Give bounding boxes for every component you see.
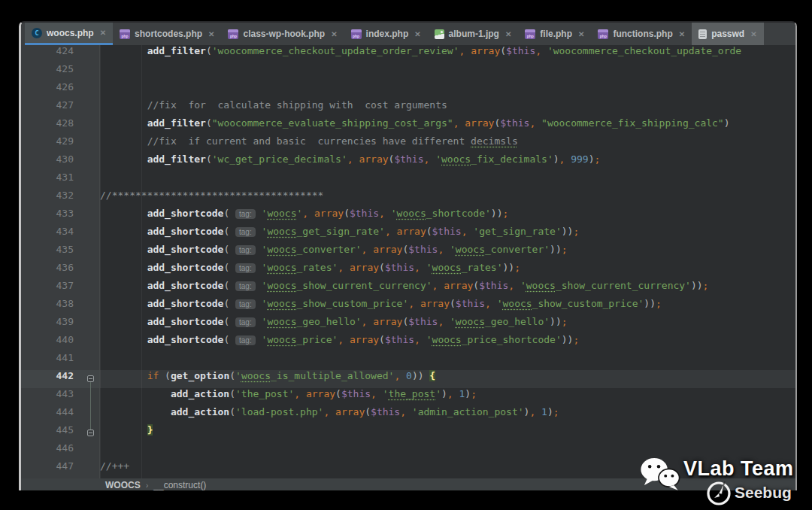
- code-line-441: 441: [21, 352, 795, 370]
- fold-column: [81, 117, 100, 135]
- code-text[interactable]: add_shortcode( tag: 'woocs_geo_hello', a…: [100, 316, 795, 334]
- code-text[interactable]: [100, 63, 795, 81]
- code-text[interactable]: add_shortcode( tag: 'woocs_show_custom_p…: [100, 298, 795, 316]
- tab-class-wp-hook.php[interactable]: class-wp-hook.php✕: [221, 23, 344, 45]
- php-file-icon: [120, 29, 130, 39]
- woocs-file-icon: C: [32, 28, 42, 38]
- code-text[interactable]: add_filter('wc_get_price_decimals', arra…: [100, 153, 795, 172]
- tab-label: passwd: [711, 29, 744, 39]
- fold-column: [81, 262, 100, 280]
- line-number: 443: [21, 388, 81, 406]
- code-line-431: 431: [21, 172, 795, 190]
- tab-label: album-1.jpg: [449, 29, 499, 39]
- code-line-440: 440 add_shortcode( tag: 'woocs_price', a…: [21, 334, 795, 352]
- tab-label: file.php: [540, 29, 572, 39]
- line-number: 446: [21, 442, 81, 460]
- line-number: 427: [21, 99, 81, 117]
- line-number: 444: [21, 406, 81, 424]
- code-text[interactable]: }: [100, 424, 795, 442]
- close-icon[interactable]: ✕: [331, 30, 337, 38]
- fold-column: [81, 208, 100, 226]
- fold-column: [81, 81, 100, 99]
- close-icon[interactable]: ✕: [208, 30, 214, 38]
- tab-label: index.php: [366, 29, 409, 39]
- indent-guide: [100, 45, 101, 478]
- code-text[interactable]: add_shortcode( tag: 'woocs_price', array…: [100, 334, 795, 352]
- code-text[interactable]: add_action('the_post', array($this, 'the…: [100, 388, 795, 406]
- line-number: 438: [21, 298, 81, 316]
- tab-functions.php[interactable]: functions.php✕: [591, 23, 692, 45]
- tab-index.php[interactable]: index.php✕: [344, 23, 428, 45]
- code-line-438: 438 add_shortcode( tag: 'woocs_show_cust…: [21, 298, 795, 316]
- line-number: 431: [21, 172, 81, 190]
- fold-column: [81, 172, 100, 190]
- tab-file.php[interactable]: file.php✕: [518, 23, 591, 45]
- code-text[interactable]: add_filter('woocommerce_checkout_update_…: [100, 45, 795, 63]
- php-file-icon: [598, 29, 608, 39]
- fold-column: [81, 244, 100, 262]
- fold-column: [81, 99, 100, 117]
- code-text[interactable]: [100, 352, 795, 370]
- code-line-427: 427 //fix for calculate shipping with co…: [21, 99, 795, 117]
- code-line-437: 437 add_shortcode( tag: 'woocs_show_curr…: [21, 280, 795, 298]
- code-text[interactable]: //************************************: [100, 190, 795, 208]
- line-number: 426: [21, 81, 81, 99]
- code-text[interactable]: add_shortcode( tag: 'woocs_rates', array…: [100, 262, 795, 280]
- line-number: 441: [21, 352, 81, 370]
- close-icon[interactable]: ✕: [578, 30, 584, 38]
- code-text[interactable]: add_action('load-post.php', array($this,…: [100, 406, 795, 424]
- breadcrumb-method[interactable]: __construct(): [153, 480, 206, 490]
- fold-column: [81, 316, 100, 334]
- line-number: 433: [21, 208, 81, 226]
- code-line-436: 436 add_shortcode( tag: 'woocs_rates', a…: [21, 262, 795, 280]
- code-text[interactable]: //fix for calculate shipping with cost a…: [100, 99, 795, 117]
- parameter-hint-badge: tag:: [235, 299, 256, 309]
- code-text[interactable]: //fix if current and basic currencies ha…: [100, 135, 795, 153]
- code-line-425: 425: [21, 63, 795, 81]
- fold-column: [81, 442, 100, 460]
- fold-column: [81, 135, 100, 153]
- wechat-icon: [639, 457, 681, 491]
- code-line-426: 426: [21, 81, 795, 99]
- close-icon[interactable]: ✕: [679, 30, 685, 38]
- fold-marker-icon[interactable]: [87, 430, 94, 436]
- line-number: 439: [21, 316, 81, 334]
- parameter-hint-badge: tag:: [235, 209, 256, 219]
- line-number: 430: [21, 153, 81, 172]
- watermark: VLab Team Seebug: [635, 451, 808, 510]
- tab-passwd[interactable]: passwd✕: [692, 23, 763, 45]
- code-line-428: 428 add_filter("woocommerce_evaluate_shi…: [21, 117, 795, 135]
- line-number: 445: [21, 424, 81, 442]
- code-line-444: 444 add_action('load-post.php', array($t…: [21, 406, 795, 424]
- code-text[interactable]: add_shortcode( tag: 'woocs_get_sign_rate…: [100, 226, 795, 244]
- code-text[interactable]: add_shortcode( tag: 'woocs_converter', a…: [100, 244, 795, 262]
- code-text[interactable]: add_shortcode( tag: 'woocs', array($this…: [100, 208, 795, 226]
- close-icon[interactable]: ✕: [100, 29, 106, 37]
- breadcrumb-class[interactable]: WOOCS: [105, 480, 141, 490]
- tab-label: shortcodes.php: [135, 29, 202, 39]
- line-number: 432: [21, 190, 81, 208]
- fold-column: [81, 190, 100, 208]
- tab-album-1.jpg[interactable]: album-1.jpg✕: [428, 23, 519, 45]
- fold-marker-icon[interactable]: [87, 375, 94, 382]
- code-line-439: 439 add_shortcode( tag: 'woocs_geo_hello…: [21, 316, 795, 334]
- code-text[interactable]: add_shortcode( tag: 'woocs_show_current_…: [100, 280, 795, 298]
- code-text[interactable]: [100, 172, 795, 190]
- fold-column: [81, 153, 100, 172]
- indent-guide: [141, 45, 142, 478]
- fold-column: [81, 406, 100, 424]
- parameter-hint-badge: tag:: [235, 281, 256, 291]
- code-text[interactable]: add_filter("woocommerce_evaluate_shippin…: [100, 117, 795, 135]
- close-icon[interactable]: ✕: [505, 30, 511, 38]
- code-text[interactable]: [100, 81, 795, 99]
- close-icon[interactable]: ✕: [414, 30, 420, 38]
- php-file-icon: [525, 29, 535, 39]
- tab-shortcodes.php[interactable]: shortcodes.php✕: [113, 23, 221, 45]
- code-editor[interactable]: 424 add_filter('woocommerce_checkout_upd…: [21, 45, 795, 478]
- code-text[interactable]: if (get_option('woocs_is_multiple_allowe…: [100, 370, 795, 388]
- tab-woocs.php[interactable]: Cwoocs.php✕: [25, 23, 113, 45]
- ide-window: Cwoocs.php✕shortcodes.php✕class-wp-hook.…: [19, 21, 797, 490]
- close-icon[interactable]: ✕: [750, 30, 756, 38]
- text-file-icon: [698, 29, 707, 39]
- parameter-hint-badge: tag:: [235, 317, 256, 327]
